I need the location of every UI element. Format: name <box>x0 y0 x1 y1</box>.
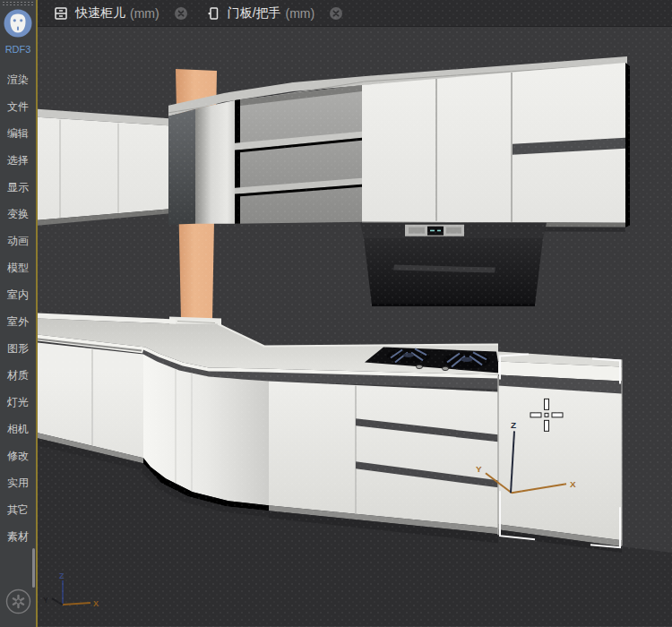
settings-gear-icon[interactable] <box>5 588 31 614</box>
world-x-label: X <box>93 599 99 608</box>
cabinet-drawer-icon <box>54 6 68 21</box>
sidebar-item-display[interactable]: 显示 <box>0 174 36 201</box>
drag-handle-dots <box>2 1 34 5</box>
sidebar-item-camera[interactable]: 相机 <box>0 416 36 442</box>
tab-unit: (mm) <box>286 6 315 21</box>
sidebar-item-select[interactable]: 选择 <box>0 147 36 174</box>
sidebar-item-exterior[interactable]: 室外 <box>0 308 36 335</box>
main-pane: 快速柜儿 (mm) 门板/把手 (mm) <box>38 0 672 627</box>
tab-label: 快速柜儿 <box>75 5 125 21</box>
tab-unit: (mm) <box>130 6 159 21</box>
world-y-label: Y <box>43 596 48 605</box>
sidebar-item-modify[interactable]: 修改 <box>0 442 36 469</box>
app-logo-icon[interactable] <box>4 9 32 38</box>
tab-door-handle[interactable]: 门板/把手 (mm) <box>197 0 353 27</box>
selected-cabinet[interactable] <box>498 351 622 553</box>
scene-canvas: Y X Z Z X Y <box>38 27 672 626</box>
gizmo-y-label: Y <box>476 464 482 474</box>
sidebar-item-light[interactable]: 灯光 <box>0 389 36 416</box>
viewport-3d[interactable]: Y X Z Z X Y <box>38 27 672 627</box>
sidebar-item-render[interactable]: 渲染 <box>0 66 36 93</box>
sidebar-menu: 渲染 文件 编辑 选择 显示 变换 动画 模型 室内 室外 图形 材质 灯光 相… <box>0 66 36 550</box>
close-icon[interactable] <box>174 6 188 21</box>
gizmo-x-label: X <box>570 479 576 489</box>
sidebar-item-model[interactable]: 模型 <box>0 254 36 281</box>
base-cabinets-right[interactable] <box>269 381 498 543</box>
sidebar-item-shape[interactable]: 图形 <box>0 335 36 362</box>
tab-quick-cabinet[interactable]: 快速柜儿 (mm) <box>45 0 197 27</box>
sidebar-item-interior[interactable]: 室内 <box>0 281 36 308</box>
range-hood[interactable] <box>360 223 547 305</box>
sidebar-scrollbar[interactable] <box>32 548 35 588</box>
gizmo-z-label: Z <box>511 420 516 430</box>
sidebar-item-material[interactable]: 材质 <box>0 362 36 389</box>
logo-label[interactable]: RDF3 <box>0 44 36 55</box>
sidebar-item-animation[interactable]: 动画 <box>0 228 36 254</box>
world-z-label: Z <box>59 571 65 580</box>
sidebar-item-assets[interactable]: 素材 <box>0 523 36 550</box>
sidebar: RDF3 渲染 文件 编辑 选择 显示 变换 动画 模型 室内 室外 图形 材质… <box>0 0 38 627</box>
sidebar-item-utility[interactable]: 实用 <box>0 469 36 496</box>
tab-label: 门板/把手 <box>228 5 281 21</box>
sidebar-item-transform[interactable]: 变换 <box>0 201 36 228</box>
sidebar-item-edit[interactable]: 编辑 <box>0 120 36 147</box>
close-icon[interactable] <box>329 6 343 21</box>
door-icon <box>206 6 220 21</box>
sidebar-item-other[interactable]: 其它 <box>0 496 36 523</box>
sidebar-item-file[interactable]: 文件 <box>0 93 36 120</box>
upper-cabinets-left[interactable] <box>38 109 176 226</box>
tab-bar: 快速柜儿 (mm) 门板/把手 (mm) <box>38 0 672 27</box>
